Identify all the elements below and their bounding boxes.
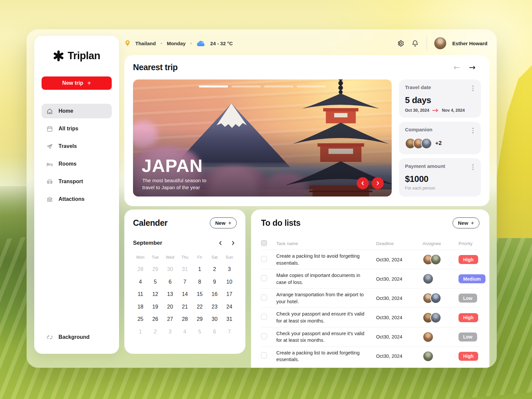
date-to: Nov 4, 2024 bbox=[442, 108, 465, 113]
arrow-right-icon bbox=[432, 108, 439, 112]
calendar-day[interactable]: 9 bbox=[207, 276, 222, 288]
sidebar-item-background[interactable]: Background bbox=[42, 330, 112, 344]
sidebar-item-home[interactable]: Home bbox=[42, 104, 112, 118]
carousel-indicator[interactable] bbox=[199, 85, 228, 87]
calendar-day[interactable]: 7 bbox=[222, 326, 237, 338]
calendar-day[interactable]: 6 bbox=[163, 276, 178, 288]
calendar-day[interactable]: 28 bbox=[178, 313, 193, 326]
calendar-day[interactable]: 25 bbox=[133, 313, 148, 326]
task-checkbox[interactable] bbox=[261, 352, 267, 358]
calendar-day[interactable]: 12 bbox=[148, 288, 163, 301]
calendar-day[interactable]: 8 bbox=[192, 276, 207, 288]
companion-extra-count: +2 bbox=[435, 140, 442, 147]
kebab-menu-icon[interactable] bbox=[471, 127, 475, 134]
calendar-day[interactable]: 27 bbox=[163, 313, 178, 326]
calendar-day[interactable]: 16 bbox=[207, 288, 222, 301]
destination-hero-image[interactable]: JAPAN The most beautiful season to trave… bbox=[133, 79, 392, 197]
calendar-day[interactable]: 11 bbox=[133, 288, 148, 301]
chevron-left-icon bbox=[360, 181, 365, 186]
sidebar-item-label: Transport bbox=[59, 179, 83, 185]
calendar-day[interactable]: 15 bbox=[192, 288, 207, 301]
image-nav-buttons bbox=[357, 177, 384, 189]
next-arrow-button[interactable]: → bbox=[469, 64, 475, 71]
sidebar-item-rooms[interactable]: Rooms bbox=[42, 157, 112, 171]
kebab-menu-icon[interactable] bbox=[471, 163, 475, 171]
kebab-menu-icon[interactable] bbox=[471, 84, 475, 92]
calendar-day[interactable]: 1 bbox=[133, 326, 148, 338]
calendar-day[interactable]: 20 bbox=[163, 301, 178, 313]
calendar-day[interactable]: 6 bbox=[207, 326, 222, 338]
companion-avatar[interactable] bbox=[421, 138, 432, 149]
calendar-day[interactable]: 4 bbox=[178, 326, 193, 338]
calendar-day[interactable]: 30 bbox=[163, 263, 178, 276]
task-checkbox[interactable] bbox=[261, 314, 267, 320]
calendar-day[interactable]: 19 bbox=[148, 301, 163, 313]
calendar-day[interactable]: 5 bbox=[148, 276, 163, 288]
calendar-day[interactable]: 17 bbox=[222, 288, 237, 301]
trip-info-cards: Travel date 5 days Oct 30, 2024 Nov 4, 2… bbox=[399, 79, 481, 197]
carousel-indicator[interactable] bbox=[264, 85, 293, 87]
todo-card: To do lists New + Task name Deadline Ass… bbox=[251, 209, 489, 368]
next-month-button[interactable] bbox=[231, 241, 235, 245]
calendar-day[interactable]: 4 bbox=[133, 276, 148, 288]
assignee-avatar[interactable] bbox=[430, 293, 441, 304]
task-checkbox[interactable] bbox=[261, 275, 267, 281]
sidebar-item-travels[interactable]: Travels bbox=[42, 139, 112, 154]
task-checkbox[interactable] bbox=[261, 333, 267, 339]
select-all-checkbox[interactable] bbox=[261, 240, 267, 246]
image-next-button[interactable] bbox=[372, 177, 384, 189]
assignee-avatar[interactable] bbox=[430, 312, 441, 323]
calendar-day[interactable]: 1 bbox=[192, 263, 207, 276]
calendar-day[interactable]: 3 bbox=[163, 326, 178, 338]
sidebar-item-attactions[interactable]: Attactions bbox=[42, 192, 112, 206]
calendar-day[interactable]: 29 bbox=[148, 263, 163, 276]
assignee-avatar[interactable] bbox=[423, 351, 434, 362]
task-deadline: Oct30, 2024 bbox=[376, 296, 423, 301]
carousel-arrows: ← → bbox=[454, 64, 481, 71]
todo-new-button[interactable]: New + bbox=[453, 217, 479, 228]
assignee-avatar[interactable] bbox=[423, 273, 434, 284]
settings-button[interactable] bbox=[396, 39, 405, 48]
calendar-day[interactable]: 31 bbox=[178, 263, 193, 276]
assignee-avatar[interactable] bbox=[423, 332, 434, 342]
calendar-day[interactable]: 21 bbox=[178, 301, 193, 313]
app-window: Triplan New trip + Home All trips bbox=[27, 29, 497, 368]
calendar-day[interactable]: 5 bbox=[192, 326, 207, 338]
calendar-day[interactable]: 31 bbox=[222, 313, 237, 326]
calendar-day[interactable]: 26 bbox=[148, 313, 163, 326]
payment-card: Payment amount $1000 For each person bbox=[399, 158, 481, 197]
assignee-avatar[interactable] bbox=[430, 254, 441, 265]
calendar-new-button[interactable]: New + bbox=[210, 217, 237, 228]
task-checkbox[interactable] bbox=[261, 256, 267, 262]
calendar-day[interactable]: 3 bbox=[222, 263, 237, 276]
home-icon bbox=[46, 108, 53, 115]
calendar-day[interactable]: 7 bbox=[178, 276, 193, 288]
calendar-day[interactable]: 13 bbox=[163, 288, 178, 301]
calendar-day[interactable]: 28 bbox=[133, 263, 148, 276]
image-prev-button[interactable] bbox=[357, 177, 369, 189]
task-assignees bbox=[423, 273, 459, 284]
carousel-indicator[interactable] bbox=[297, 85, 326, 87]
calendar-day[interactable]: 2 bbox=[148, 326, 163, 338]
prev-month-button[interactable] bbox=[218, 241, 223, 245]
new-trip-button[interactable]: New trip + bbox=[42, 76, 112, 90]
task-assignees bbox=[423, 332, 459, 342]
prev-arrow-button[interactable]: ← bbox=[454, 64, 460, 71]
calendar-day[interactable]: 30 bbox=[207, 313, 222, 326]
calendar-day[interactable]: 29 bbox=[192, 313, 207, 326]
task-checkbox[interactable] bbox=[261, 295, 267, 301]
calendar-day[interactable]: 2 bbox=[207, 263, 222, 276]
calendar-day[interactable]: 14 bbox=[178, 288, 193, 301]
payment-title: Payment amount bbox=[405, 163, 445, 169]
calendar-day[interactable]: 23 bbox=[207, 301, 222, 313]
carousel-indicator[interactable] bbox=[231, 85, 261, 87]
sidebar-item-all-trips[interactable]: All trips bbox=[42, 121, 112, 136]
calendar-day[interactable]: 18 bbox=[133, 301, 148, 313]
notifications-button[interactable] bbox=[411, 39, 419, 48]
priority-badge: High bbox=[459, 255, 478, 264]
sidebar-item-transport[interactable]: Transport bbox=[42, 174, 112, 189]
user-avatar[interactable] bbox=[434, 37, 446, 49]
calendar-day[interactable]: 10 bbox=[222, 276, 237, 288]
calendar-day[interactable]: 22 bbox=[192, 301, 207, 313]
calendar-day[interactable]: 24 bbox=[222, 301, 237, 313]
